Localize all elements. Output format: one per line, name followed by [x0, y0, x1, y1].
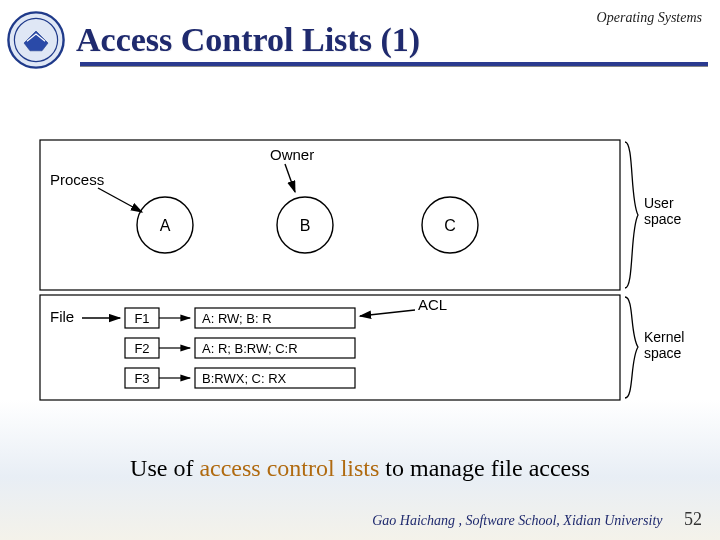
slide-footer: Gao Haichang , Software School, Xidian U…: [372, 509, 702, 530]
acl-arrow: [360, 310, 415, 316]
process-c-label: C: [444, 217, 456, 234]
process-a-label: A: [160, 217, 171, 234]
user-space-box: [40, 140, 620, 290]
user-space-label: Userspace: [644, 195, 682, 227]
caption-pre: Use of: [130, 455, 199, 481]
course-name: Operating Systems: [597, 10, 702, 26]
process-b-label: B: [300, 217, 311, 234]
owner-arrow: [285, 164, 295, 192]
acl-f3-text: B:RWX; C: RX: [202, 371, 287, 386]
acl-f2-text: A: R; B:RW; C:R: [202, 341, 298, 356]
slide-title: Access Control Lists (1): [76, 21, 420, 59]
owner-label: Owner: [270, 146, 314, 163]
acl-label: ACL: [418, 296, 447, 313]
university-logo-icon: [6, 10, 66, 70]
user-space-brace: [625, 142, 638, 288]
kernel-space-box: [40, 295, 620, 400]
file-label: File: [50, 308, 74, 325]
caption-post: to manage file access: [379, 455, 590, 481]
kernel-space-brace: [625, 297, 638, 398]
kernel-space-label: Kernelspace: [644, 329, 684, 361]
process-arrow: [98, 188, 142, 212]
file-f1-label: F1: [134, 311, 149, 326]
title-underline: [80, 62, 708, 66]
page-number: 52: [684, 509, 702, 529]
process-label: Process: [50, 171, 104, 188]
slide-caption: Use of access control lists to manage fi…: [0, 455, 720, 482]
file-f2-label: F2: [134, 341, 149, 356]
caption-highlight: access control lists: [199, 455, 379, 481]
acl-diagram: Process Owner A B C File F1 A: RW; B: R …: [30, 130, 690, 410]
acl-f1-text: A: RW; B: R: [202, 311, 272, 326]
file-f3-label: F3: [134, 371, 149, 386]
footer-credit: Gao Haichang , Software School, Xidian U…: [372, 513, 662, 528]
slide-header: Access Control Lists (1) Operating Syste…: [0, 0, 720, 70]
